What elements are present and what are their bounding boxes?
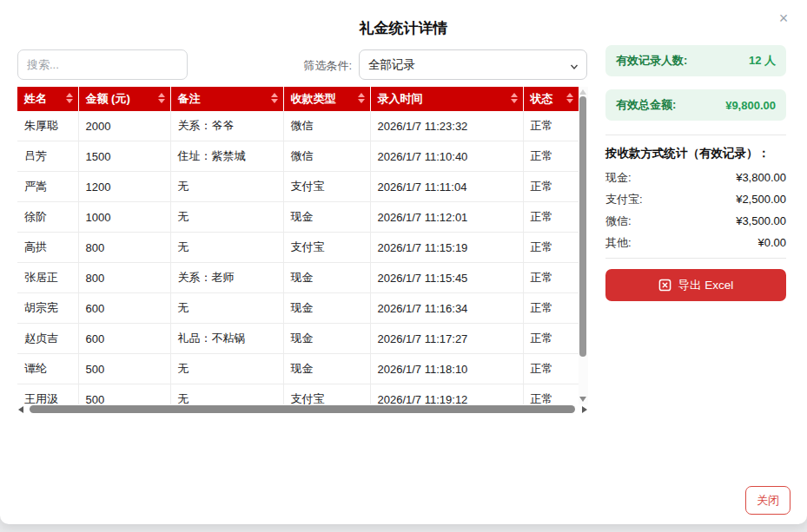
cell-note: 无: [170, 172, 283, 202]
cell-amount: 800: [78, 233, 170, 263]
cell-entry-time: 2026/1/7 11:15:45: [370, 263, 523, 293]
cell-name: 高拱: [17, 233, 78, 263]
cell-name: 吕芳: [17, 141, 78, 172]
header-pay-type[interactable]: 收款类型: [283, 87, 370, 111]
method-value: ¥0.00: [757, 236, 786, 249]
method-label: 支付宝:: [605, 192, 643, 207]
cell-pay-type: 现金: [283, 202, 370, 233]
vertical-scrollbar-thumb[interactable]: [579, 96, 586, 357]
cell-status: 正常: [523, 172, 579, 202]
export-excel-button[interactable]: 导出 Excel: [605, 269, 786, 301]
cell-status: 正常: [523, 141, 579, 172]
header-name[interactable]: 姓名: [17, 87, 78, 111]
horizontal-scrollbar-thumb[interactable]: [30, 405, 575, 413]
divider: [605, 258, 786, 259]
cell-note: 关系：老师: [170, 263, 283, 293]
table-header-row: 姓名 金额 (元) 备注 收款类型 录入时间 状态: [17, 87, 579, 111]
sort-icon: [511, 93, 518, 103]
cell-entry-time: 2026/1/7 11:12:01: [370, 202, 523, 233]
scroll-down-icon[interactable]: [579, 397, 586, 402]
sort-icon: [66, 93, 73, 103]
cell-name: 张居正: [17, 263, 78, 293]
table-row: 赵贞吉 600 礼品：不粘锅 现金 2026/1/7 11:17:27 正常: [17, 324, 579, 354]
cell-amount: 600: [78, 324, 170, 354]
cell-pay-type: 微信: [283, 111, 370, 141]
cell-name: 徐阶: [17, 202, 78, 233]
cell-pay-type: 现金: [283, 263, 370, 293]
page-title: 礼金统计详情: [0, 18, 807, 38]
header-note[interactable]: 备注: [170, 87, 283, 111]
header-label: 录入时间: [378, 92, 423, 105]
cell-amount: 500: [78, 354, 170, 384]
filter-label: 筛选条件:: [298, 58, 352, 74]
valid-total-label: 有效总金额:: [616, 97, 676, 113]
method-value: ¥2,500.00: [736, 193, 786, 206]
table-row: 徐阶 1000 无 现金 2026/1/7 11:12:01 正常: [17, 202, 579, 233]
cell-amount: 1000: [78, 202, 170, 233]
sort-icon: [158, 93, 165, 103]
method-row-alipay: 支付宝: ¥2,500.00: [605, 188, 786, 210]
valid-count-box: 有效记录人数: 12 人: [605, 45, 786, 76]
cell-note: 礼品：不粘锅: [170, 324, 283, 354]
filter-select[interactable]: 全部记录: [359, 49, 587, 80]
cell-note: 无: [170, 293, 283, 324]
method-row-cash: 现金: ¥3,800.00: [605, 167, 786, 188]
cell-status: 正常: [523, 354, 579, 384]
divider: [605, 135, 786, 135]
cell-note: 关系：爷爷: [170, 111, 283, 141]
header-label: 状态: [531, 92, 553, 105]
scroll-left-icon[interactable]: [18, 406, 23, 413]
cell-amount: 1200: [78, 172, 170, 202]
sort-icon: [566, 93, 573, 103]
cell-entry-time: 2026/1/7 11:10:40: [370, 141, 523, 172]
sort-icon: [271, 93, 278, 103]
cell-pay-type: 现金: [283, 354, 370, 384]
header-label: 姓名: [24, 92, 47, 105]
cell-name: 谭纶: [17, 354, 78, 384]
cell-amount: 800: [78, 263, 170, 293]
table-row: 谭纶 500 无 现金 2026/1/7 11:18:10 正常: [17, 354, 579, 384]
header-status[interactable]: 状态: [523, 87, 579, 111]
vertical-scrollbar[interactable]: [579, 87, 588, 404]
scroll-up-icon[interactable]: [579, 89, 586, 95]
method-stats-list: 现金: ¥3,800.00 支付宝: ¥2,500.00 微信: ¥3,500.…: [605, 167, 786, 253]
valid-total-value: ¥9,800.00: [725, 99, 776, 112]
cell-note: 无: [170, 354, 283, 384]
header-label: 备注: [178, 92, 201, 105]
valid-count-value: 12 人: [749, 53, 776, 69]
filter-select-wrap: 全部记录: [359, 49, 587, 80]
scroll-right-icon[interactable]: [582, 406, 587, 413]
method-label: 其他:: [605, 235, 632, 251]
cell-entry-time: 2026/1/7 11:17:27: [370, 324, 523, 354]
cell-name: 胡宗宪: [17, 293, 78, 324]
method-label: 现金:: [605, 170, 632, 186]
table-row: 张居正 800 关系：老师 现金 2026/1/7 11:15:45 正常: [17, 263, 579, 293]
method-value: ¥3,800.00: [736, 171, 786, 184]
cell-note: 无: [170, 202, 283, 233]
cell-pay-type: 现金: [283, 293, 370, 324]
search-input[interactable]: [17, 49, 188, 80]
header-entry-time[interactable]: 录入时间: [370, 87, 523, 111]
cell-status: 正常: [523, 111, 579, 141]
cell-entry-time: 2026/1/7 11:15:19: [370, 233, 523, 263]
close-icon[interactable]: ×: [774, 9, 793, 28]
excel-file-icon: [658, 279, 671, 292]
method-value: ¥3,500.00: [736, 214, 786, 227]
close-dialog-button[interactable]: 关闭: [745, 486, 790, 515]
horizontal-scrollbar[interactable]: [17, 404, 588, 415]
cell-entry-time: 2026/1/7 11:16:34: [370, 293, 523, 324]
table-row: 严嵩 1200 无 支付宝 2026/1/7 11:11:04 正常: [17, 172, 579, 202]
cell-entry-time: 2026/1/7 11:18:10: [370, 354, 523, 384]
cell-pay-type: 现金: [283, 324, 370, 354]
table-row: 胡宗宪 600 无 现金 2026/1/7 11:16:34 正常: [17, 293, 579, 324]
cell-pay-type: 微信: [283, 141, 370, 172]
table-row: 吕芳 1500 住址：紫禁城 微信 2026/1/7 11:10:40 正常: [17, 141, 579, 172]
header-amount[interactable]: 金额 (元): [78, 87, 170, 111]
cell-note: 住址：紫禁城: [170, 141, 283, 172]
valid-total-box: 有效总金额: ¥9,800.00: [605, 89, 786, 121]
cell-pay-type: 支付宝: [283, 233, 370, 263]
cell-status: 正常: [523, 324, 579, 354]
gift-stats-dialog: 礼金统计详情 × 筛选条件: 全部记录 姓名 金额 (元) 备注 收款类型 录入…: [0, 0, 807, 524]
cell-note: 无: [170, 233, 283, 263]
cell-name: 赵贞吉: [17, 324, 78, 354]
